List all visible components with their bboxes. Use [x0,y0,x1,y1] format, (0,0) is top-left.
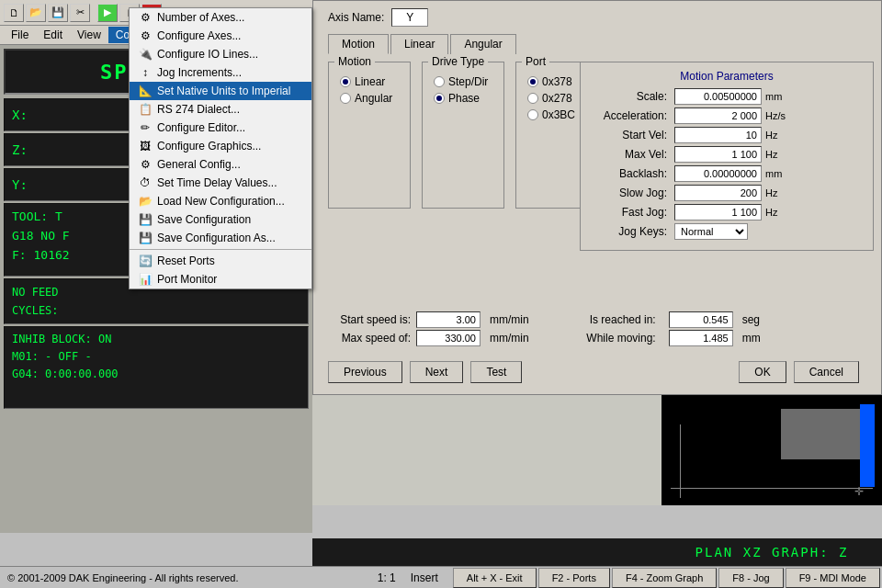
port-3bc-row[interactable]: 0x3BC [527,108,577,121]
save-button[interactable]: 💾 [48,4,68,22]
copyright: © 2001-2009 DAK Engineering - All rights… [0,572,238,583]
jog-icon: ↕ [137,66,153,79]
f2-ports-button[interactable]: F2 - Ports [538,568,610,588]
menu-item-save-config[interactable]: 💾 Save Configuration [130,210,311,229]
bottom-bar: © 2001-2009 DAK Engineering - All rights… [0,566,882,588]
param-input-0[interactable] [674,88,762,105]
menu-item-number-of-axes[interactable]: ⚙ Number of Axes... [130,8,311,27]
drive-stepdir-radio[interactable] [434,76,445,87]
param-input-6[interactable] [674,204,762,220]
menu-item-general-config[interactable]: ⚙ General Config... [130,155,311,174]
drive-stepdir-row[interactable]: Step/Dir [434,75,492,88]
max-speed-unit: mm/min [490,332,529,345]
param-unit-4: mm [765,168,793,179]
moving-unit: mm [742,332,761,345]
port-3bc-radio[interactable] [527,109,538,120]
menu-file[interactable]: File [4,27,36,43]
number-axes-icon: ⚙ [137,11,153,24]
menu-item-port-monitor[interactable]: 📊 Port Monitor [130,270,311,288]
axis-z-label: Z: [12,142,28,157]
graph-area: ✛ [662,395,882,505]
new-button[interactable]: 🗋 [4,4,24,22]
run-button[interactable]: ▶ [97,4,118,22]
start-speed-unit: mm/min [490,313,529,326]
menu-item-set-native-units[interactable]: 📐 Set Native Units to Imperial [130,82,311,100]
lower-line1: INHIB BLOCK: ON [12,331,300,348]
param-input-2[interactable] [674,127,762,143]
open-button[interactable]: 📂 [26,4,46,22]
max-speed-input[interactable] [416,330,481,346]
menu-edit[interactable]: Edit [36,27,70,43]
motion-linear-label: Linear [355,75,385,88]
menu-item-load-config[interactable]: 📂 Load New Configuration... [130,192,311,210]
menu-item-rs274[interactable]: 📋 RS 274 Dialect... [130,100,311,119]
start-speed-input[interactable] [416,311,481,328]
menu-item-save-config-as[interactable]: 💾 Save Configuration As... [130,229,311,247]
axis-x-label: X: [12,107,28,122]
moving-input[interactable] [669,330,733,346]
port-378-radio[interactable] [527,76,538,87]
cut-button[interactable]: ✂ [70,4,90,22]
dropdown-menu: ⚙ Number of Axes... ⚙ Configure Axes... … [129,7,312,289]
motion-linear-row[interactable]: Linear [340,75,399,88]
jog-keys-select[interactable]: NormalAlternateNone [674,223,748,240]
drive-type-section: Drive Type Step/Dir Phase [422,62,504,209]
tab-angular[interactable]: Angular [450,34,515,54]
motion-params-title: Motion Parameters [592,70,862,83]
menu-item-reset-ports[interactable]: 🔄 Reset Ports [130,252,311,270]
port-278-radio[interactable] [527,93,538,104]
menu-item-configure-axes[interactable]: ⚙ Configure Axes... [130,27,311,45]
lower-line3: G04: 0:00:00.000 [12,366,300,383]
param-label-4: Backlash: [592,167,674,180]
moving-row: While moving: mm [562,330,761,346]
axis-name-value[interactable]: Y [391,8,428,27]
axis-y-label: Y: [12,177,28,192]
exit-button[interactable]: Alt + X - Exit [453,568,537,588]
rs274-icon: 📋 [137,103,153,116]
menu-item-configure-graphics[interactable]: 🖼 Configure Graphics... [130,137,311,155]
load-icon: 📂 [137,195,153,208]
drive-phase-radio[interactable] [434,93,445,104]
axis-name-row: Axis Name: Y [313,1,881,34]
drive-phase-row[interactable]: Phase [434,92,492,105]
port-378-row[interactable]: 0x378 [527,75,577,88]
dialog-area: Axis Name: Y Motion Linear Angular Motio… [312,0,882,395]
graph-x-axis [671,488,873,489]
menu-item-time-delay[interactable]: ⏱ Set Time Delay Values... [130,174,311,192]
param-label-2: Start Vel: [592,129,674,141]
cancel-button[interactable]: Cancel [794,361,859,383]
test-button[interactable]: Test [470,361,522,383]
menu-item-configure-editor[interactable]: ✏ Configure Editor... [130,119,311,137]
param-label-7: Jog Keys: [592,225,674,238]
param-input-3[interactable] [674,146,762,163]
ok-button[interactable]: OK [739,361,786,383]
motion-angular-radio[interactable] [340,93,351,104]
param-input-4[interactable] [674,165,762,182]
max-speed-label: Max speed of: [328,332,411,345]
motion-angular-label: Angular [355,92,392,105]
next-button[interactable]: Next [410,361,464,383]
reached-input[interactable] [669,311,733,328]
port-278-row[interactable]: 0x278 [527,92,577,105]
motion-angular-row[interactable]: Angular [340,92,399,105]
drive-stepdir-label: Step/Dir [448,75,488,88]
status-line2: CYCLES: [12,301,300,320]
menu-view[interactable]: View [70,27,108,43]
param-input-5[interactable] [674,185,762,201]
previous-button[interactable]: Previous [328,361,402,383]
motion-linear-radio[interactable] [340,76,351,87]
graph-led-label: PLAN XZ GRAPH: Z [695,545,849,560]
menu-item-jog-increments[interactable]: ↕ Jog Increments... [130,63,311,82]
param-label-1: Acceleration: [592,109,674,122]
param-label-3: Max Vel: [592,148,674,161]
menu-item-configure-io[interactable]: 🔌 Configure IO Lines... [130,45,311,63]
tab-linear[interactable]: Linear [390,34,448,54]
tab-motion[interactable]: Motion [328,34,389,54]
f4-zoom-button[interactable]: F4 - Zoom Graph [612,568,717,588]
param-unit-2: Hz [765,130,793,141]
param-input-1[interactable] [674,107,762,124]
f9-mdi-button[interactable]: F9 - MDI Mode [786,568,880,588]
reset-icon: 🔄 [137,254,153,267]
f8-jog-button[interactable]: F8 - Jog [718,568,783,588]
dialog-content: Motion Linear Angular Drive Type Step/Di… [313,54,881,216]
